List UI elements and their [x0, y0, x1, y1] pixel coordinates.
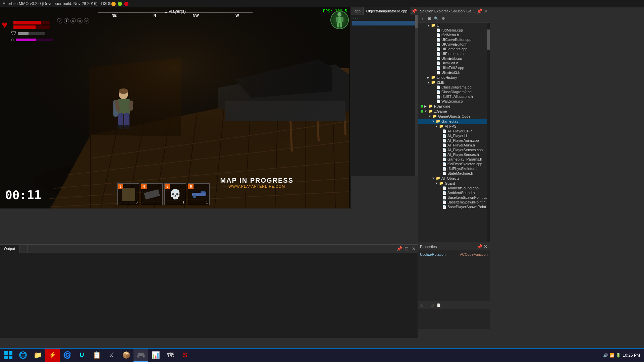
taskbar-chrome[interactable]: 🌐 [15, 349, 30, 362]
tree-item-ulimedit-h[interactable]: ▶ 📄 UlimEdit.h [418, 61, 490, 65]
tree-item-statemachine-h[interactable]: ▶ 📄 StateMachine.h [418, 171, 490, 176]
tray-icon-2[interactable]: 📶 [609, 353, 614, 358]
tree-arrow-ai-objects: ▼ [432, 177, 436, 180]
taskbar-app-flash[interactable]: ⚡ [45, 349, 60, 362]
toolbar-icon-3[interactable]: 🔍 [433, 16, 439, 22]
file-icon-baseitem-cpp: 📄 [442, 196, 446, 199]
prop-toolbar-btn-2[interactable]: ↕ [425, 303, 429, 307]
hud-icon-2: ℹ [64, 18, 69, 23]
taskbar-app-game[interactable]: 🎮 [133, 349, 148, 362]
prop-toolbar-btn-1[interactable]: ⊞ [419, 303, 424, 307]
tree-item-gameplay[interactable]: ▼ 📁 Gameplay [418, 119, 490, 124]
folder-icon-ai-objects: 📁 [436, 176, 440, 180]
tree-item-uielements-cpp[interactable]: ▶ 📄 UIElements.cpp [418, 47, 490, 51]
taskbar-time: 10:25 PM [623, 353, 640, 358]
taskbar-app-docs[interactable]: 📋 [89, 349, 104, 362]
tree-item-ambientsound-cpp[interactable]: ▶ 📄 AmbientSound.cpp [418, 186, 490, 190]
properties-close[interactable]: ✕ [484, 244, 488, 249]
maximize-button[interactable] [118, 2, 122, 6]
tree-item-zlib[interactable]: ▼ 📁 ZLIB [418, 80, 490, 85]
taskbar-app-sword[interactable]: ⚔ [104, 349, 119, 362]
tree-item-ai-playersenses-h[interactable]: ▶ 📄 AI_PlayerSenses.h [418, 152, 490, 157]
tree-item-guard[interactable]: ▼ 📁 Guard [418, 181, 490, 186]
tree-item-r3dstl[interactable]: ▶ 📄 r3dSTLAllocators.h [418, 94, 490, 99]
hotbar-slot-6[interactable]: 6 1 [188, 183, 210, 205]
tree-item-r3dphysskeleton-cpp[interactable]: ▶ 📄 r3dPhysSkeleton.cpp [418, 162, 490, 166]
tree-item-ulimedit-cpp[interactable]: ▶ 📄 UlimEdit.cpp [418, 56, 490, 61]
taskbar-app-browser2[interactable]: 🌀 [60, 349, 74, 362]
tree-item-baseitem-h[interactable]: ▶ 📄 BaseltemSpawnPoint.h [418, 200, 490, 204]
tree-item-r3dmenu-cpp[interactable]: ▶ 📄 r3dMenu.cpp [418, 28, 490, 33]
output-pin[interactable]: 📌 [395, 245, 403, 252]
tray-icon-1[interactable]: 🔊 [603, 353, 608, 358]
code-tab-cpp[interactable]: .cpp [351, 7, 364, 15]
svg-rect-47 [193, 195, 196, 198]
output-tab-output[interactable]: Output [0, 245, 19, 253]
tree-item-zgame[interactable]: ▼ 📁 z:Game [418, 109, 490, 114]
tree-item-uielements-h[interactable]: ▶ 📄 UIElements.h [418, 51, 490, 56]
tree-item-ui[interactable]: ▼ 📁 UI [418, 23, 490, 28]
windows-logo [4, 351, 13, 360]
tree-item-baseitem-cpp[interactable]: ▶ 📄 BaseltemSpawnPoint.cpp [418, 195, 490, 200]
tree-item-aifps[interactable]: ▼ 📁 AI FPS [418, 124, 490, 129]
tree-item-undohistory[interactable]: ▶ 📁 UndoHistory [418, 75, 490, 80]
minimize-button[interactable] [111, 2, 116, 6]
tree-item-uicurve-cpp[interactable]: ▶ 📄 UICurveEditor.cpp [418, 37, 490, 42]
solution-tree-scrollbar[interactable] [487, 23, 490, 209]
properties-pin[interactable]: 📌 [477, 244, 482, 249]
output-tab-2[interactable] [19, 245, 28, 253]
code-editor-pin[interactable]: 📌 [410, 7, 418, 15]
solution-explorer-close[interactable]: ✕ [484, 8, 488, 14]
tree-label-ambientsound-cpp: AmbientSound.cpp [447, 186, 479, 190]
code-tab-objectmanipulator[interactable]: ObjectManipulator3d.cpp [364, 7, 410, 15]
tree-item-warzicon[interactable]: ▶ 📄 WarZicon.ico [418, 99, 490, 104]
output-close[interactable]: ✕ [410, 245, 418, 252]
hotbar: 3 8 4 5 💀 1 6 [117, 183, 210, 205]
tree-item-ai-playeranim-cpp[interactable]: ▶ 📄 AI_PlayerAnim.cpp [418, 138, 490, 143]
tree-item-r3engine[interactable]: ▶ 📁 R3Engine [418, 104, 490, 109]
tree-item-r3dphysskeleton-h[interactable]: ▶ 📄 r3dPhysSkeleton.h [418, 166, 490, 171]
tree-item-ai-playersenses-cpp[interactable]: ▶ 📄 AI_PlayerSenses.cpp [418, 147, 490, 152]
start-button[interactable] [1, 349, 15, 362]
tree-item-ulimedit2-cpp[interactable]: ▶ 📄 UlimEdit2.cpp [418, 65, 490, 70]
tree-item-baseplayer-spawn[interactable]: ▶ 📄 BasePlayerSpawnPoint. [418, 204, 490, 209]
tree-item-ai-playeranim-h[interactable]: ▶ 📄 AI_PlayerAnim.h [418, 143, 490, 147]
tree-item-r3dmenu-h[interactable]: ▶ 📄 r3dMenu.h [418, 33, 490, 37]
output-maximize[interactable]: □ [403, 245, 410, 252]
taskbar-app-map[interactable]: 🗺 [163, 349, 178, 362]
hotbar-slot-4[interactable]: 4 [141, 183, 163, 205]
file-icon-warzicon: 📄 [436, 100, 440, 103]
taskbar-unreal[interactable]: U [74, 349, 89, 362]
taskbar-app-chart[interactable]: 📊 [148, 349, 163, 362]
toolbar-icon-4[interactable]: ⚙ [440, 16, 446, 22]
taskbar-explorer[interactable]: 📁 [30, 349, 45, 362]
hotbar-slot-5[interactable]: 5 💀 1 [164, 183, 186, 205]
tree-item-ulimedit2-h[interactable]: ▶ 📄 UlimEdit2.h [418, 70, 490, 75]
tree-item-ai-player-h[interactable]: ▶ 📄 AI_Player.H [418, 133, 490, 138]
tree-label-classdiagram2: ClassDiagram2.cd [441, 90, 472, 94]
toolbar-icon-2[interactable]: ⊞ [426, 16, 432, 22]
prop-toolbar-btn-4[interactable]: 📋 [435, 303, 442, 307]
tree-item-gameobjectscode[interactable]: ▼ 📁 GameObjects Code [418, 114, 490, 119]
tree-item-classdiagram2[interactable]: ▶ 📄 ClassDiagram2.cd [418, 89, 490, 94]
taskbar-app-pkg[interactable]: 📦 [119, 349, 133, 362]
close-button[interactable] [124, 2, 128, 6]
tray-icon-3[interactable]: 🔋 [616, 353, 621, 358]
hotbar-slot-3[interactable]: 3 8 [117, 183, 139, 205]
code-editor-scrollbar[interactable] [415, 15, 418, 176]
tree-item-classdiagram1[interactable]: ▶ 📄 ClassDiagram1.cd [418, 85, 490, 89]
solution-explorer-pin[interactable]: 📌 [477, 8, 482, 14]
tree-item-gameplay-params[interactable]: ▶ 📄 Gameplay_Params.h [418, 157, 490, 162]
tree-item-ai-player-cpp[interactable]: ▶ 📄 AI_Player.CPP [418, 129, 490, 133]
tree-label-gameobjectscode: GameObjects Code [438, 114, 471, 118]
prop-toolbar-btn-3[interactable]: ⊟ [430, 303, 435, 307]
health-bar-row-2 [13, 25, 53, 29]
tree-item-ai-objects[interactable]: ▼ 📁 AI_Objects [418, 176, 490, 181]
hud-icons-row: ↺ ℹ ⚙ ⊞ ⊙ [57, 18, 89, 23]
hotbar-badge-5: 5 [165, 184, 170, 189]
taskbar-app-s[interactable]: S [178, 349, 193, 362]
toolbar-icon-1[interactable]: ↑ [419, 16, 425, 22]
tree-item-uicurve-h[interactable]: ▶ 📄 UICurveEditor.h [418, 42, 490, 47]
hotbar-count-3: 8 [136, 200, 138, 204]
tree-item-ambientsound-h[interactable]: ▶ 📄 AmbientSound.h [418, 190, 490, 195]
